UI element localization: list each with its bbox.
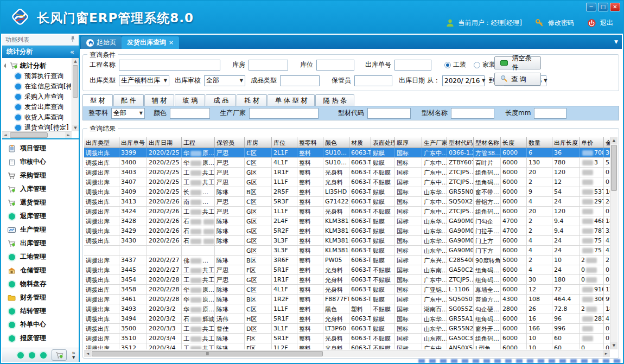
- table-row[interactable]: 调拨出库34452020/2/27工共工程严思F区5R1F整料光身料6063-T…: [84, 265, 610, 275]
- table-vertical-scrollbar[interactable]: ▲ ▼: [610, 137, 617, 349]
- column-header-生产厂家[interactable]: 生产厂家: [422, 137, 447, 148]
- radio-gongzhuang[interactable]: [444, 62, 451, 68]
- scroll-down-icon[interactable]: ▼: [72, 125, 79, 131]
- table-row[interactable]: 调拨出库34612020/2/28华原…陈琳B区1R2F整料F8877FT606…: [84, 295, 610, 304]
- keeper-input[interactable]: [354, 75, 392, 86]
- sidebar-item-项目管理[interactable]: 项目管理: [2, 142, 79, 155]
- sidebar-item-退货管理[interactable]: 退货管理: [2, 196, 79, 209]
- audit-select[interactable]: 全部▼: [204, 75, 245, 86]
- cart-nav-button[interactable]: [52, 349, 67, 361]
- table-row[interactable]: 调拨出库34132020/2/26南…严思C区5R3F整料G714226063-…: [84, 197, 610, 207]
- length-input[interactable]: [534, 108, 566, 119]
- tab-list-dropdown-icon[interactable]: ▼: [614, 39, 618, 44]
- table-row[interactable]: G区3L3F整料KLM38176063-T5贴膜国标山东华…GA90M09.门下…: [84, 246, 610, 256]
- sidebar-item-财务管理[interactable]: 财务管理: [2, 291, 79, 304]
- change-password-link[interactable]: 修改密码: [548, 18, 574, 28]
- table-row[interactable]: 调拨出库34302020/2/26石城陈琳G区3L3F整料KLM38176063…: [84, 236, 610, 246]
- table-row[interactable]: 调拨出库35122020/3/4工共工程陈琳F区1L2F整料光身料6063-T5…: [84, 343, 610, 349]
- radio-jiazhuang[interactable]: [474, 62, 480, 68]
- scroll-up-icon[interactable]: ▲: [72, 58, 79, 65]
- tree-item-采购入库查询[interactable]: 采购入库查询: [4, 92, 71, 102]
- column-header-长度[interactable]: 长度: [501, 137, 527, 148]
- column-header-保管员[interactable]: 保管员: [215, 137, 245, 148]
- sidebar-item-报废管理[interactable]: 报废管理: [2, 331, 79, 345]
- column-header-出库单号[interactable]: 出库单号: [119, 137, 147, 148]
- table-row[interactable]: 调拨出库35102020/3/4工共工程陈琳F区5R1F整料光身料6063-T5…: [84, 334, 610, 343]
- tab-close-icon[interactable]: ×: [169, 39, 174, 46]
- table-row[interactable]: 调拨出库34242020/2/26工共工程严思G区1L1F整料光身料6063-T…: [84, 207, 610, 216]
- nav-dot-icon[interactable]: [29, 352, 35, 359]
- material-tab-2[interactable]: 辅 材: [144, 94, 175, 106]
- radio-jiazhuang-label[interactable]: 家装: [482, 60, 495, 69]
- sidebar-item-补单中心[interactable]: 补单中心: [2, 318, 79, 331]
- sidebar-item-物料盘存[interactable]: 物料盘存: [2, 277, 79, 291]
- expander-icon[interactable]: [4, 63, 8, 68]
- tab-home[interactable]: 起始页: [81, 36, 122, 49]
- column-header-库房[interactable]: 库房: [245, 137, 272, 148]
- table-row[interactable]: 调拨出库34092020/2/25长…陈琳B区2R5F整料LI35HD6063-…: [84, 187, 610, 197]
- sidebar-item-工地管理[interactable]: 工地管理: [2, 250, 79, 264]
- scroll-down-icon[interactable]: ▼: [610, 342, 617, 349]
- sidebar-item-结转管理[interactable]: 结转管理: [2, 304, 79, 318]
- table-row[interactable]: 调拨出库34542020/2/28工共工程严思G区1R1F整料光身料6063-T…: [84, 275, 610, 285]
- sidebar-item-出库管理[interactable]: 出库管理: [2, 237, 79, 250]
- scroll-left-icon[interactable]: ◄: [84, 350, 91, 357]
- table-row[interactable]: 调拨出库34942020/3/2石辉城汤伟H区5R1F整料光身料6063-T5贴…: [84, 314, 610, 324]
- tree-item-在途信息查询[待[interactable]: 在途信息查询[待: [4, 81, 71, 92]
- collapse-icon[interactable]: «: [70, 48, 74, 56]
- column-header-出库长度[interactable]: 出库长度: [552, 137, 580, 148]
- column-header-整零料[interactable]: 整零料: [297, 137, 323, 148]
- sidebar-item-采购管理[interactable]: 采购管理: [2, 169, 79, 182]
- logout-link[interactable]: 退出: [600, 18, 613, 28]
- table-horizontal-scrollbar[interactable]: ◄ ►: [84, 350, 610, 357]
- tree-item-收货入库查询[interactable]: 收货入库查询: [4, 112, 71, 123]
- tab-shipment-query[interactable]: 发货出库查询 ×: [122, 36, 179, 49]
- material-tab-3[interactable]: 玻 璃: [175, 94, 205, 106]
- tree-vertical-scrollbar[interactable]: ▲ ▼: [72, 58, 79, 131]
- table-row[interactable]: 调拨出库34582020/2/28华原…陈琳C区4L1F整料光身料6063-T5…: [84, 285, 610, 295]
- table-row[interactable]: 调拨出库34032020/2/25工共工程严思G区1R1F整料光身料6063-T…: [84, 168, 610, 177]
- zhenglingliao-select[interactable]: 全部▼: [111, 108, 145, 119]
- factory-input[interactable]: [249, 108, 319, 119]
- warehouse-input[interactable]: [249, 60, 288, 71]
- column-header-型材代码[interactable]: 型材代码: [447, 137, 474, 148]
- table-row[interactable]: 调拨出库34282020/2/26石城陈琳G区2L4F整料KLM38176063…: [84, 216, 610, 226]
- column-header-出库类型[interactable]: 出库类型: [84, 137, 119, 148]
- tree-root[interactable]: 统计分析: [4, 60, 71, 71]
- column-header-单价[interactable]: 单价: [580, 137, 604, 148]
- sidebar-section-header[interactable]: 统计分析 «: [2, 46, 79, 58]
- scroll-up-icon[interactable]: ▲: [610, 137, 617, 144]
- sidebar-item-生产管理[interactable]: 生产管理: [2, 223, 79, 237]
- column-header-表面处理[interactable]: 表面处理: [371, 137, 395, 148]
- minimize-icon[interactable]: ─: [586, 3, 596, 11]
- table-row[interactable]: 调拨出库35002020/3/3工共工程曹佳D区3L1F整料LT3P606063…: [84, 324, 610, 334]
- clear-conditions-button[interactable]: 清空条件: [494, 56, 541, 69]
- sidebar-item-退库管理[interactable]: 退库管理: [2, 209, 79, 223]
- nav-dot-icon[interactable]: [40, 352, 47, 359]
- column-header-材质[interactable]: 材质: [349, 137, 371, 148]
- material-tab-7[interactable]: 隔 热 条: [315, 94, 354, 106]
- profile-name-input[interactable]: [451, 108, 494, 119]
- radio-gongzhuang-label[interactable]: 工装: [453, 60, 466, 69]
- product-type-input[interactable]: [280, 75, 320, 86]
- column-header-数量[interactable]: 数量: [527, 137, 552, 148]
- column-header-工程[interactable]: 工程: [182, 137, 215, 148]
- tree-item-发货出库查询[interactable]: 发货出库查询: [4, 102, 71, 112]
- table-row[interactable]: 调拨出库34292020/2/26石城陈琳G区5R2F整料KLM38176063…: [84, 226, 610, 236]
- column-header-库位[interactable]: 库位: [272, 137, 297, 148]
- search-button[interactable]: 查 询: [494, 73, 541, 86]
- table-row[interactable]: 调拨出库33992020/2/25华原…严思C区2L1F整料SU10…6063-…: [84, 148, 610, 158]
- outbound-type-select[interactable]: 生产领料出库▼: [119, 75, 169, 86]
- project-name-input[interactable]: [119, 60, 220, 71]
- date-from-picker[interactable]: 2020/ 2/16▼: [442, 75, 485, 86]
- sidebar-item-入库管理[interactable]: 入库管理: [2, 182, 79, 196]
- close-icon[interactable]: ✕: [610, 3, 620, 11]
- order-no-input[interactable]: [394, 60, 431, 71]
- material-tab-6[interactable]: 单 体 型 材: [268, 94, 315, 106]
- column-header-型材名称[interactable]: 型材名称: [474, 137, 501, 148]
- nav-dot-icon[interactable]: [17, 352, 24, 359]
- tree-horizontal-scrollbar[interactable]: ◄ ►: [2, 131, 72, 138]
- tree-item-退货查询[待定][interactable]: 退货查询[待定]: [4, 123, 71, 131]
- material-tab-0[interactable]: 型 材: [82, 94, 113, 106]
- location-input[interactable]: [316, 60, 354, 71]
